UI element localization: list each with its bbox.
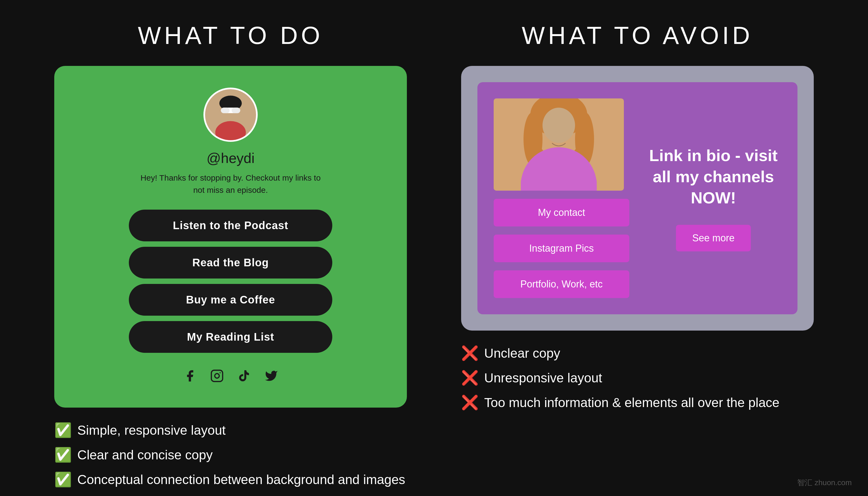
tiktok-icon[interactable] [237,369,251,386]
x-icon-1: ❌ [461,345,479,361]
check-icon-1: ✅ [54,422,72,438]
bad-card: My contact Instagram Pics Portfolio, Wor… [461,66,814,330]
check-icon-2: ✅ [54,447,72,463]
left-column: WHAT TO DO [54,22,407,495]
portfolio-button[interactable]: Portfolio, Work, etc [494,270,629,298]
annotation-item-3: ✅ Conceptual connection between backgrou… [54,470,407,489]
my-contact-button[interactable]: My contact [494,199,629,227]
podcast-button[interactable]: Listen to the Podcast [129,210,332,241]
bad-annotation-text-3: Too much information & elements all over… [484,393,779,412]
see-more-button[interactable]: See more [676,225,751,251]
svg-point-8 [215,374,219,378]
bad-annotation-text-1: Unclear copy [484,344,560,362]
watermark: 智汇 zhuon.com [797,478,852,488]
twitter-icon[interactable] [264,369,278,386]
bad-annotation-item-2: ❌ Unresponsive layout [461,369,814,387]
svg-rect-7 [211,370,223,382]
annotation-text-3: Conceptual connection between background… [77,470,405,489]
x-icon-3: ❌ [461,394,479,411]
annotation-text-1: Simple, responsive layout [77,421,226,439]
good-card: @heydi Hey! Thanks for stopping by. Chec… [54,66,407,407]
check-icon-3: ✅ [54,471,72,488]
bad-annotation-item-1: ❌ Unclear copy [461,344,814,362]
x-icon-2: ❌ [461,370,479,386]
left-title: WHAT TO DO [54,22,407,50]
instagram-icon[interactable] [210,369,224,386]
right-annotations: ❌ Unclear copy ❌ Unresponsive layout ❌ T… [461,344,814,412]
svg-point-9 [219,372,220,373]
left-annotations: ✅ Simple, responsive layout ✅ Clear and … [54,421,407,489]
bad-photo [494,98,624,191]
avatar [203,88,258,142]
main-columns: WHAT TO DO [54,22,814,495]
svg-point-14 [524,112,542,166]
bad-left: My contact Instagram Pics Portfolio, Wor… [494,98,629,298]
bad-photo-svg [494,98,624,191]
svg-point-15 [575,112,594,166]
svg-point-16 [521,161,597,191]
page-wrapper: WHAT TO DO [0,0,868,496]
svg-rect-5 [221,108,230,113]
blog-button[interactable]: Read the Blog [129,247,332,279]
coffee-button[interactable]: Buy me a Coffee [129,284,332,316]
avatar-svg [205,88,256,142]
reading-list-button[interactable]: My Reading List [129,321,332,353]
bad-right: Link in bio - visit all my channels NOW!… [646,98,781,298]
username: @heydi [206,150,254,166]
bad-headline: Link in bio - visit all my channels NOW! [646,145,781,208]
bad-card-inner: My contact Instagram Pics Portfolio, Wor… [477,82,797,314]
right-title: WHAT TO AVOID [461,22,814,50]
right-column: WHAT TO AVOID [461,22,814,495]
facebook-icon[interactable] [183,369,197,386]
bio-text: Hey! Thanks for stopping by. Checkout my… [136,172,326,196]
annotation-item-1: ✅ Simple, responsive layout [54,421,407,439]
instagram-pics-button[interactable]: Instagram Pics [494,235,629,262]
annotation-text-2: Clear and concise copy [77,446,213,464]
link-buttons: Listen to the Podcast Read the Blog Buy … [129,210,332,353]
annotation-item-2: ✅ Clear and concise copy [54,446,407,464]
bad-annotation-item-3: ❌ Too much information & elements all ov… [461,393,814,412]
social-icons [183,369,278,386]
svg-rect-6 [232,108,240,113]
bad-annotation-text-2: Unresponsive layout [484,369,602,387]
